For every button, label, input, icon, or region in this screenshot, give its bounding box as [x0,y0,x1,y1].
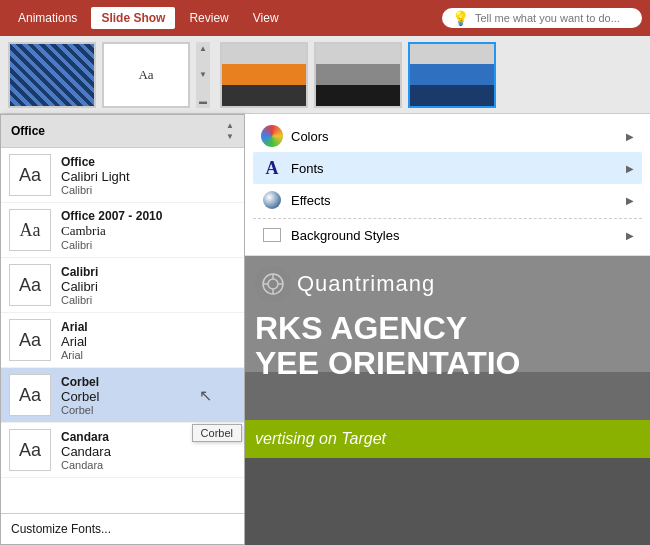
slide-green-bar: vertising on Target [245,420,650,458]
font-info-calibri: Calibri Calibri Calibri [61,265,98,306]
slide-heading-line1: RKS AGENCY [255,311,521,346]
slide-heading: RKS AGENCY YEE ORIENTATIO [255,311,521,381]
right-panel: Colors ▶ A Fonts ▶ Effects ▶ Background … [245,114,650,545]
fonts-label: Fonts [291,161,618,176]
theme-card-pattern[interactable] [8,42,96,108]
background-styles-icon [263,228,281,242]
customize-fonts-button[interactable]: Customize Fonts... [1,513,244,544]
font-name-arial: Arial [61,320,88,334]
colors-label: Colors [291,129,618,144]
background-styles-option[interactable]: Background Styles ▶ [253,221,642,249]
lightbulb-icon: 💡 [452,10,469,26]
font-info-corbel: Corbel Corbel Corbel [61,375,99,416]
font-body-corbel: Corbel [61,404,99,416]
tab-animations[interactable]: Animations [8,7,87,29]
font-body-candara: Candara [61,459,111,471]
fonts-option[interactable]: A Fonts ▶ [253,152,642,184]
search-input[interactable] [475,12,632,24]
font-info-office: Office Calibri Light Calibri [61,155,130,196]
theme-scroll[interactable]: ▲ ▼ ▬ [196,42,210,108]
font-preview-corbel: Aa [9,374,51,416]
dropdown-scroll-arrows[interactable]: ▲ ▼ [226,121,234,141]
theme-options: Colors ▶ A Fonts ▶ Effects ▶ Background … [245,114,650,256]
tab-slideshow[interactable]: Slide Show [91,7,175,29]
tab-review[interactable]: Review [179,7,238,29]
font-preview-office: Aa [9,154,51,196]
font-name-office: Office [61,155,130,169]
font-preview-calibri: Aa [9,264,51,306]
scroll-down-icon[interactable]: ▼ [199,70,207,79]
theme-stripe-card-3[interactable] [408,42,496,108]
font-preview-arial: Aa [9,319,51,361]
effects-label: Effects [291,193,618,208]
background-styles-label: Background Styles [291,228,618,243]
slide-dark-area [245,458,650,545]
fonts-icon: A [261,157,283,179]
effects-option[interactable]: Effects ▶ [253,184,642,216]
font-item-office[interactable]: Aa Office Calibri Light Calibri [1,148,244,203]
slide-logo-circle [255,266,291,302]
colors-icon [261,125,283,147]
font-body-office: Calibri [61,184,130,196]
font-name-calibri: Calibri [61,265,98,279]
font-info-office2007: Office 2007 - 2010 Cambria Calibri [61,209,162,251]
theme-card-plain-label: Aa [138,67,153,83]
font-item-office2007[interactable]: Aa Office 2007 - 2010 Cambria Calibri [1,203,244,258]
main-area: Office ▲ ▼ Aa Office Calibri Light Calib… [0,114,650,545]
fonts-arrow-icon: ▶ [626,163,634,174]
font-heading-calibri: Calibri [61,279,98,294]
font-dropdown-title: Office [11,124,45,138]
theme-card-plain[interactable]: Aa [102,42,190,108]
font-info-arial: Arial Arial Arial [61,320,88,361]
scroll-up-small[interactable]: ▲ [226,121,234,130]
corbel-tooltip: Corbel [192,424,242,442]
font-info-candara: Candara Candara Candara [61,430,111,471]
background-styles-arrow-icon: ▶ [626,230,634,241]
quantrimang-logo-icon [261,272,285,296]
theme-row: Aa ▲ ▼ ▬ [0,36,650,114]
slide-site-name: Quantrimang [297,271,435,297]
theme-stripe-card-1[interactable] [220,42,308,108]
tab-view[interactable]: View [243,7,289,29]
font-body-arial: Arial [61,349,88,361]
font-heading-corbel: Corbel [61,389,99,404]
effects-arrow-icon: ▶ [626,195,634,206]
scroll-up-icon[interactable]: ▲ [199,44,207,53]
font-dropdown: Office ▲ ▼ Aa Office Calibri Light Calib… [0,114,245,545]
font-heading-arial: Arial [61,334,88,349]
font-preview-office2007: Aa [9,209,51,251]
slide-preview: Quantrimang RKS AGENCY YEE ORIENTATIO ve… [245,256,650,545]
font-heading-office: Calibri Light [61,169,130,184]
slide-logo-area: Quantrimang [255,266,435,302]
cursor-icon: ↖ [199,386,212,405]
slide-heading-line2: YEE ORIENTATIO [255,346,521,381]
slide-subheading: vertising on Target [255,430,386,448]
slide-content: Quantrimang RKS AGENCY YEE ORIENTATIO ve… [245,256,650,545]
colors-option[interactable]: Colors ▶ [253,120,642,152]
font-list: Aa Office Calibri Light Calibri Aa Offic… [1,148,244,513]
font-name-office2007: Office 2007 - 2010 [61,209,162,223]
theme-stripe-card-2[interactable] [314,42,402,108]
font-dropdown-header: Office ▲ ▼ [1,115,244,148]
colors-arrow-icon: ▶ [626,131,634,142]
ribbon-search-box[interactable]: 💡 [442,8,642,28]
font-item-arial[interactable]: Aa Arial Arial Arial [1,313,244,368]
font-heading-candara: Candara [61,444,111,459]
font-body-office2007: Calibri [61,239,162,251]
font-item-calibri[interactable]: Aa Calibri Calibri Calibri [1,258,244,313]
font-name-corbel: Corbel [61,375,99,389]
font-heading-office2007: Cambria [61,223,162,239]
font-name-candara: Candara [61,430,111,444]
ribbon-bar: Animations Slide Show Review View 💡 [0,0,650,36]
scroll-down-small[interactable]: ▼ [226,132,234,141]
font-item-corbel[interactable]: Aa Corbel Corbel Corbel ↖ Corbel [1,368,244,423]
effects-icon [263,191,281,209]
svg-point-1 [268,279,278,289]
options-divider [253,218,642,219]
scroll-more-icon[interactable]: ▬ [199,97,207,106]
font-body-calibri: Calibri [61,294,98,306]
font-preview-candara: Aa [9,429,51,471]
